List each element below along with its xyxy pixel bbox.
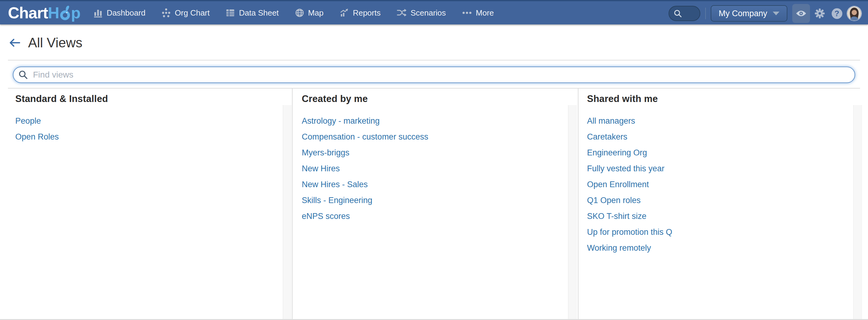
find-views-searchbar <box>13 67 855 83</box>
charthop-logo[interactable]: ChartH p <box>8 4 80 21</box>
view-link[interactable]: New Hires <box>302 164 340 173</box>
view-link[interactable]: Fully vested this year <box>587 164 664 173</box>
logo-text-p: p <box>71 5 80 21</box>
nav-label: Org Chart <box>175 8 210 18</box>
view-link[interactable]: Caretakers <box>587 132 627 142</box>
view-list-item: Fully vested this year <box>579 161 868 177</box>
company-selector-label: My Company <box>719 9 767 18</box>
view-list-item: Astrology - marketing <box>292 113 578 129</box>
scrollbar-track[interactable] <box>853 105 862 320</box>
view-link[interactable]: Up for promotion this Q <box>587 227 672 237</box>
more-icon <box>462 11 472 15</box>
view-list-item: Open Roles <box>0 129 292 145</box>
nav-label: Scenarios <box>410 8 446 18</box>
divider-above-search <box>8 60 860 60</box>
view-list-item: All managers <box>579 113 868 129</box>
user-avatar[interactable] <box>847 6 861 21</box>
scrollbar-track[interactable] <box>568 105 577 320</box>
view-list-item: Q1 Open roles <box>579 192 868 208</box>
view-link[interactable]: Working remotely <box>587 243 651 253</box>
view-list-item: Skills - Engineering <box>292 192 578 208</box>
nav-item[interactable]: More <box>462 8 494 18</box>
view-list-item: People <box>0 113 292 129</box>
view-link[interactable]: People <box>15 116 41 126</box>
company-selector[interactable]: My Company <box>711 5 787 22</box>
back-button[interactable] <box>8 38 21 47</box>
column-title: Standard & Installed <box>0 93 292 104</box>
view-link[interactable]: Open Enrollment <box>587 180 649 189</box>
view-list-item: Open Enrollment <box>579 177 868 192</box>
chevron-down-icon <box>773 11 779 15</box>
nav-item[interactable]: Dashboard <box>93 8 145 18</box>
header-right-cluster: My Company ? <box>669 1 861 26</box>
view-list-item: Compensation - customer success <box>292 129 578 145</box>
scenarios-icon <box>397 8 407 18</box>
search-icon <box>674 9 682 18</box>
settings-button[interactable] <box>811 4 828 23</box>
view-link[interactable]: Engineering Org <box>587 148 647 158</box>
data-sheet-icon <box>225 8 235 18</box>
view-list-item: SKO T-shirt size <box>579 208 868 224</box>
view-list: Astrology - marketing Compensation - cus… <box>292 113 578 224</box>
column-standard-installed: Standard & Installed People Open Roles <box>0 89 292 320</box>
global-search-button[interactable] <box>669 6 700 21</box>
view-link[interactable]: Skills - Engineering <box>302 196 372 205</box>
map-icon <box>295 8 305 18</box>
nav-item[interactable]: Map <box>295 8 324 18</box>
view-list-item: Myers-briggs <box>292 145 578 161</box>
page-heading-row: All Views <box>8 34 868 52</box>
view-list: People Open Roles <box>0 113 292 145</box>
gear-icon <box>814 8 825 19</box>
column-title: Created by me <box>292 93 578 104</box>
rabbit-logo-icon <box>59 4 71 21</box>
view-list: All managers Caretakers Engineering Org … <box>579 113 868 256</box>
views-columns: Standard & Installed People Open Roles C… <box>0 89 868 320</box>
nav-label: Dashboard <box>106 8 145 18</box>
column-created-by-me: Created by me Astrology - marketing Comp… <box>292 89 579 320</box>
nav-item[interactable]: Org Chart <box>161 8 210 18</box>
nav-label: Map <box>308 8 324 18</box>
help-icon: ? <box>832 8 842 19</box>
view-link[interactable]: New Hires - Sales <box>302 180 368 189</box>
view-mode-button[interactable] <box>792 4 810 23</box>
view-link[interactable]: Open Roles <box>15 132 59 142</box>
logo-text-h: H <box>48 5 59 21</box>
view-link[interactable]: All managers <box>587 116 635 126</box>
nav-item[interactable]: Scenarios <box>397 8 446 18</box>
nav-label: Reports <box>353 8 380 18</box>
page-title: All Views <box>28 35 83 51</box>
view-list-item: Working remotely <box>579 240 868 256</box>
nav-label: More <box>476 8 494 18</box>
view-link[interactable]: Myers-briggs <box>302 148 349 158</box>
avatar-photo <box>847 6 861 21</box>
view-list-item: eNPS scores <box>292 208 578 224</box>
view-list-item: New Hires <box>292 161 578 177</box>
view-link[interactable]: SKO T-shirt size <box>587 212 647 221</box>
search-icon <box>18 70 28 80</box>
reports-icon <box>339 8 349 18</box>
nav-label: Data Sheet <box>239 8 279 18</box>
view-link[interactable]: eNPS scores <box>302 212 350 221</box>
nav-item[interactable]: Data Sheet <box>225 8 279 18</box>
app-header: ChartH p Dashboard Org Chart Data Sheet <box>0 0 868 25</box>
help-button[interactable]: ? <box>828 4 845 23</box>
dashboard-icon <box>93 8 103 18</box>
header-divider <box>705 8 706 19</box>
find-views-input[interactable] <box>32 70 855 80</box>
eye-icon <box>796 9 807 18</box>
view-list-item: New Hires - Sales <box>292 177 578 192</box>
view-link[interactable]: Q1 Open roles <box>587 196 641 205</box>
logo-text-chart: Chart <box>8 5 48 21</box>
find-views-row <box>13 67 855 83</box>
view-list-item: Engineering Org <box>579 145 868 161</box>
scrollbar-track[interactable] <box>283 105 291 320</box>
column-shared-with-me: Shared with me All managers Caretakers E… <box>579 89 868 320</box>
view-list-item: Caretakers <box>579 129 868 145</box>
view-link[interactable]: Compensation - customer success <box>302 132 428 142</box>
nav-item[interactable]: Reports <box>339 8 380 18</box>
main-nav: Dashboard Org Chart Data Sheet Map Repor… <box>93 8 494 18</box>
back-arrow-icon <box>8 38 21 47</box>
view-link[interactable]: Astrology - marketing <box>302 116 380 126</box>
view-list-item: Up for promotion this Q <box>579 224 868 240</box>
org-chart-icon <box>161 8 171 18</box>
